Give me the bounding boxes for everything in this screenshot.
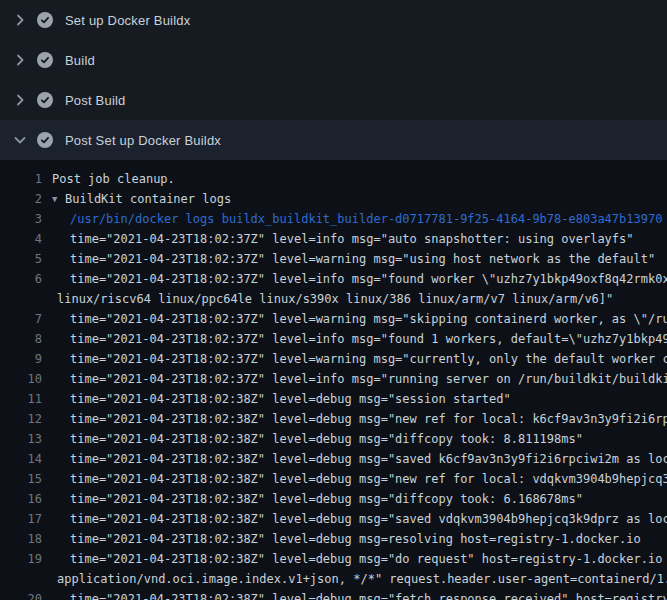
log-text: time="2021-04-23T18:02:38Z" level=debug …: [70, 469, 667, 489]
log-line: 17time="2021-04-23T18:02:38Z" level=debu…: [0, 509, 667, 529]
log-text: time="2021-04-23T18:02:38Z" level=debug …: [70, 529, 641, 549]
line-number[interactable]: 16: [0, 489, 42, 509]
log-line: 11time="2021-04-23T18:02:38Z" level=debu…: [0, 389, 667, 409]
log-line: 3/usr/bin/docker logs buildx_buildkit_bu…: [0, 209, 667, 229]
log-text: BuildKit container logs: [65, 189, 231, 209]
line-number[interactable]: 2: [0, 189, 42, 209]
log-line: 6time="2021-04-23T18:02:37Z" level=info …: [0, 269, 667, 289]
log-text: time="2021-04-23T18:02:38Z" level=debug …: [70, 509, 667, 529]
step-row[interactable]: Set up Docker Buildx: [0, 0, 667, 40]
line-number[interactable]: 17: [0, 509, 42, 529]
log-line: 19time="2021-04-23T18:02:38Z" level=debu…: [0, 549, 667, 569]
log-text: time="2021-04-23T18:02:37Z" level=info m…: [70, 229, 634, 249]
line-number[interactable]: 5: [0, 249, 42, 269]
log-text: time="2021-04-23T18:02:37Z" level=warnin…: [70, 309, 667, 329]
chevron-right-icon[interactable]: [12, 12, 28, 28]
log-text: time="2021-04-23T18:02:38Z" level=debug …: [70, 389, 511, 409]
check-circle-icon: [37, 92, 53, 108]
line-number[interactable]: 19: [0, 549, 42, 569]
log-text: time="2021-04-23T18:02:38Z" level=debug …: [70, 409, 667, 429]
step-label: Set up Docker Buildx: [65, 13, 190, 28]
log-line: application/vnd.oci.image.index.v1+json,…: [0, 569, 667, 589]
log-line: 16time="2021-04-23T18:02:38Z" level=debu…: [0, 489, 667, 509]
line-number[interactable]: 13: [0, 429, 42, 449]
log-line: 4time="2021-04-23T18:02:37Z" level=info …: [0, 229, 667, 249]
log-text: time="2021-04-23T18:02:38Z" level=debug …: [70, 429, 583, 449]
line-number[interactable]: 4: [0, 229, 42, 249]
log-text: time="2021-04-23T18:02:38Z" level=debug …: [70, 589, 667, 600]
step-label: Post Set up Docker Buildx: [65, 133, 221, 148]
group-caret-icon[interactable]: ▼: [52, 189, 65, 209]
log-text: Post job cleanup.: [52, 169, 175, 189]
log-text: time="2021-04-23T18:02:37Z" level=info m…: [70, 329, 667, 349]
log-line: 5time="2021-04-23T18:02:37Z" level=warni…: [0, 249, 667, 269]
line-number[interactable]: 15: [0, 469, 42, 489]
log-line: 14time="2021-04-23T18:02:38Z" level=debu…: [0, 449, 667, 469]
log-text: time="2021-04-23T18:02:38Z" level=debug …: [70, 549, 667, 569]
step-label: Post Build: [65, 93, 126, 108]
line-number[interactable]: 18: [0, 529, 42, 549]
log-text: time="2021-04-23T18:02:38Z" level=debug …: [70, 449, 667, 469]
log-text: linux/riscv64 linux/ppc64le linux/s390x …: [57, 289, 613, 309]
chevron-down-icon[interactable]: [12, 132, 28, 148]
log-text: application/vnd.oci.image.index.v1+json,…: [57, 569, 667, 589]
log-panel: 1Post job cleanup.2▼BuildKit container l…: [0, 160, 667, 600]
log-line: 20time="2021-04-23T18:02:38Z" level=debu…: [0, 589, 667, 600]
log-line: 10time="2021-04-23T18:02:37Z" level=info…: [0, 369, 667, 389]
log-line: 12time="2021-04-23T18:02:38Z" level=debu…: [0, 409, 667, 429]
check-circle-icon: [37, 52, 53, 68]
log-line: 18time="2021-04-23T18:02:38Z" level=debu…: [0, 529, 667, 549]
log-text: time="2021-04-23T18:02:37Z" level=info m…: [70, 269, 667, 289]
log-line: 2▼BuildKit container logs: [0, 189, 667, 209]
line-number[interactable]: 1: [0, 169, 42, 189]
step-row[interactable]: Post Build: [0, 80, 667, 120]
step-label: Build: [65, 53, 95, 68]
log-text: time="2021-04-23T18:02:37Z" level=warnin…: [70, 249, 655, 269]
line-number[interactable]: 20: [0, 589, 42, 600]
log-text: time="2021-04-23T18:02:37Z" level=warnin…: [70, 349, 667, 369]
check-circle-icon: [37, 132, 53, 148]
line-number[interactable]: 11: [0, 389, 42, 409]
line-number: [0, 289, 42, 309]
line-number[interactable]: 10: [0, 369, 42, 389]
line-number[interactable]: 9: [0, 349, 42, 369]
log-text: time="2021-04-23T18:02:38Z" level=debug …: [70, 489, 583, 509]
line-number: [0, 569, 42, 589]
log-line: 1Post job cleanup.: [0, 169, 667, 189]
step-row[interactable]: Build: [0, 40, 667, 80]
log-line: 15time="2021-04-23T18:02:38Z" level=debu…: [0, 469, 667, 489]
log-command-text: /usr/bin/docker logs buildx_buildkit_bui…: [70, 209, 662, 229]
chevron-right-icon[interactable]: [12, 52, 28, 68]
log-line: 8time="2021-04-23T18:02:37Z" level=info …: [0, 329, 667, 349]
line-number[interactable]: 14: [0, 449, 42, 469]
line-number[interactable]: 8: [0, 329, 42, 349]
line-number[interactable]: 6: [0, 269, 42, 289]
log-line: 7time="2021-04-23T18:02:37Z" level=warni…: [0, 309, 667, 329]
line-number[interactable]: 3: [0, 209, 42, 229]
app-root: Set up Docker BuildxBuildPost BuildPost …: [0, 0, 667, 600]
steps-list: Set up Docker BuildxBuildPost BuildPost …: [0, 0, 667, 160]
step-row[interactable]: Post Set up Docker Buildx: [0, 120, 667, 160]
log-line: 13time="2021-04-23T18:02:38Z" level=debu…: [0, 429, 667, 449]
line-number[interactable]: 12: [0, 409, 42, 429]
log-line: 9time="2021-04-23T18:02:37Z" level=warni…: [0, 349, 667, 369]
line-number[interactable]: 7: [0, 309, 42, 329]
chevron-right-icon[interactable]: [12, 92, 28, 108]
log-text: time="2021-04-23T18:02:37Z" level=info m…: [70, 369, 667, 389]
log-line: linux/riscv64 linux/ppc64le linux/s390x …: [0, 289, 667, 309]
check-circle-icon: [37, 12, 53, 28]
